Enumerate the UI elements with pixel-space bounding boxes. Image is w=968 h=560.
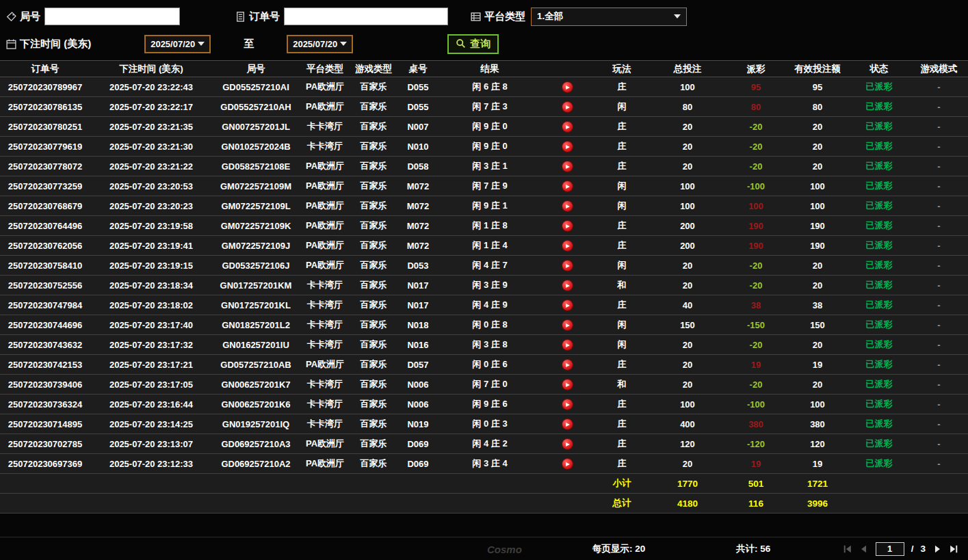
cell-status: 已派彩 [848,196,910,216]
replay-play-icon[interactable] [562,399,573,410]
cell-replay [540,236,594,256]
cell-result: 闲 6 庄 8 [439,77,540,97]
replay-play-icon[interactable] [562,340,573,350]
cell-valid-bet: 380 [787,414,848,434]
cell-bet-time: 2025-07-20 23:13:07 [90,434,212,454]
replay-play-icon[interactable] [562,161,573,172]
cell-result: 闲 4 庄 7 [439,256,540,276]
cell-result: 闲 3 庄 1 [439,157,540,176]
replay-play-icon[interactable] [562,122,573,132]
cell-game-type: 百家乐 [350,117,397,137]
cell-payout: 19 [725,355,787,375]
cell-replay [540,117,594,137]
replay-play-icon[interactable] [562,241,573,251]
bets-table: 订单号下注时间 (美东)局号平台类型游戏类型桌号结果玩法总投注派彩有效投注额状态… [0,60,968,514]
cell-order-number: 250720230747984 [0,295,90,315]
cell-status: 已派彩 [848,117,910,137]
cell-payout: 190 [725,216,787,236]
page-number-input[interactable] [876,542,904,556]
cell-total-bet: 150 [650,315,725,335]
replay-play-icon[interactable] [562,300,573,310]
date-to-picker[interactable]: 2025/07/20 [287,35,353,53]
cell-replay [540,196,594,216]
filter-row-1: 局号 订单号 平台类型 1.全部 [5,4,968,29]
cell-round-number: GN0102572024B [212,137,300,157]
next-page-icon[interactable] [932,544,942,554]
search-button[interactable]: 查询 [447,34,499,54]
replay-play-icon[interactable] [562,142,573,152]
replay-play-icon[interactable] [562,102,573,112]
cell-replay [540,355,594,375]
cell-platform-type: 卡卡湾厅 [300,117,350,137]
replay-play-icon[interactable] [562,419,573,429]
cell-valid-bet: 19 [787,355,848,375]
last-page-icon[interactable] [949,544,958,554]
replay-play-icon[interactable] [562,439,573,449]
replay-play-icon[interactable] [562,320,573,330]
cell-total-bet: 200 [650,236,725,256]
table-row: 250720230780251 2025-07-20 23:21:35 GN00… [0,117,968,137]
cell-bet-time: 2025-07-20 23:17:40 [90,315,212,335]
cell-table-number: N018 [397,315,439,335]
order-input[interactable] [284,8,448,25]
cell-status: 已派彩 [848,276,910,295]
date-from-picker[interactable]: 2025/07/20 [144,35,211,53]
cell-game-type: 百家乐 [350,434,397,454]
table-row: 250720230786135 2025-07-20 23:22:17 GD05… [0,97,968,117]
cell-replay [540,77,594,97]
cell-round-number: GN006257201K6 [212,395,300,414]
cell-game-type: 百家乐 [350,414,397,434]
cell-game-type: 百家乐 [350,375,397,395]
replay-play-icon[interactable] [562,360,573,370]
replay-play-icon[interactable] [562,201,573,211]
platform-label: 平台类型 [484,10,525,23]
table-row: 250720230714895 2025-07-20 23:14:25 GN01… [0,414,968,434]
platform-select[interactable]: 1.全部 [531,8,687,26]
replay-play-icon[interactable] [562,459,573,469]
cell-result: 闲 9 庄 6 [439,395,540,414]
cell-platform-type: 卡卡湾厅 [300,375,350,395]
cell-game-type: 百家乐 [350,77,397,97]
cell-valid-bet: 20 [787,375,848,395]
replay-play-icon[interactable] [562,181,573,191]
cell-table-number: N006 [397,375,439,395]
cell-game-type: 百家乐 [350,276,397,295]
replay-play-icon[interactable] [562,280,573,291]
cell-round-number: GD069257210A3 [212,434,300,454]
column-header: 结果 [439,61,540,77]
replay-play-icon[interactable] [562,221,573,231]
cell-payout: -20 [725,256,787,276]
cell-payout: 100 [725,196,787,216]
filter-row-2: 下注时间 (美东) 2025/07/20 至 2025/07/20 查询 [5,30,968,57]
cell-game-mode: - [910,157,968,176]
cell-valid-bet: 80 [787,97,848,117]
cell-platform-type: 卡卡湾厅 [300,295,350,315]
round-input[interactable] [44,8,180,25]
table-row: 250720230789967 2025-07-20 23:22:43 GD05… [0,77,968,97]
cell-result: 闲 3 庄 4 [439,454,540,474]
replay-play-icon[interactable] [562,379,573,390]
previous-page-icon[interactable] [859,544,869,554]
cell-game-mode: - [910,414,968,434]
cell-total-bet: 20 [650,157,725,176]
cell-order-number: 250720230758410 [0,256,90,276]
cell-bet-type: 庄 [594,454,650,474]
cell-replay [540,137,594,157]
cell-table-number: D055 [397,77,439,97]
cell-valid-bet: 100 [787,395,848,414]
first-page-icon[interactable] [843,544,852,554]
cell-status: 已派彩 [848,355,910,375]
cell-bet-type: 庄 [594,395,650,414]
tag-icon [5,11,17,23]
cell-bet-time: 2025-07-20 23:20:23 [90,196,212,216]
cell-bet-type: 庄 [594,236,650,256]
cell-bet-type: 闲 [594,176,650,196]
replay-play-icon[interactable] [562,261,573,271]
cell-bet-time: 2025-07-20 23:21:35 [90,117,212,137]
chevron-down-icon [340,42,347,46]
cell-round-number: GD055257210AH [212,97,300,117]
table-row: 250720230764496 2025-07-20 23:19:58 GM07… [0,216,968,236]
subtotal-empty [910,474,968,494]
subtotal-row: 小计 1770 501 1721 [0,474,968,494]
replay-play-icon[interactable] [562,82,573,92]
